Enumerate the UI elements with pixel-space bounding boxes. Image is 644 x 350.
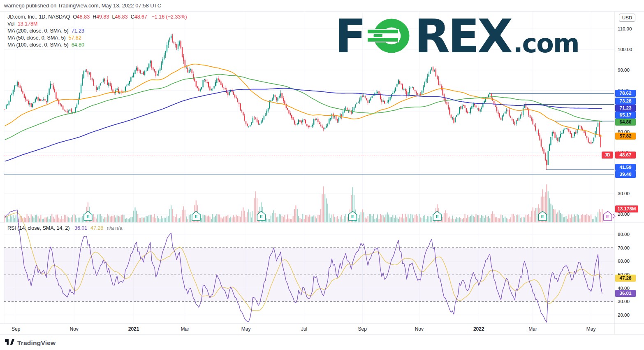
svg-text:E: E <box>351 214 354 219</box>
ohlc-letter: H <box>93 14 96 20</box>
rsi-label: RSI (14, close, SMA, 14, 2) <box>7 225 69 231</box>
ma-legend-row: MA (50, close, 0, SMA, 5)57.82 <box>7 35 187 42</box>
price-axis-label: 73.28 <box>615 98 636 105</box>
ma-legend-row: MA (100, close, 0, SMA, 5)64.80 <box>7 42 187 49</box>
price-scale[interactable]: 110.00100.0090.0080.0070.0060.0050.0040.… <box>614 12 644 324</box>
rsi-na-values: n/a n/a <box>107 225 123 231</box>
chart-canvas[interactable]: FREX.comEEEEEEE <box>0 0 644 350</box>
ohlc-value: 48.67 <box>134 14 147 20</box>
rsi-value: 36.01 <box>74 225 87 231</box>
time-tick: Sep <box>351 326 374 332</box>
price-axis-label: 78.62 <box>615 90 636 97</box>
rsi-tick: 80.00 <box>618 231 630 237</box>
rsi-legend: RSI (14, close, SMA, 14, 2) 36.0147.28n/… <box>7 225 123 232</box>
svg-text:E: E <box>86 214 89 219</box>
time-tick: Mar <box>521 326 544 332</box>
time-tick: Mar <box>174 326 197 332</box>
earnings-icon: E <box>84 211 92 220</box>
svg-text:F: F <box>335 9 364 63</box>
ohlc-letter: O <box>73 14 77 20</box>
tradingview-logo-icon <box>5 338 14 347</box>
svg-text:REX: REX <box>415 9 512 63</box>
volume-axis-label: 13.178M <box>615 205 638 212</box>
rsi-tick: 20.00 <box>618 312 630 318</box>
volume-bars <box>5 184 603 222</box>
svg-text:.com: .com <box>513 28 579 58</box>
price-tick: 90.00 <box>618 67 630 73</box>
tradingview-footer[interactable]: TradingView <box>5 338 56 347</box>
time-tick: 2022 <box>467 326 490 332</box>
time-tick: Nov <box>63 326 86 332</box>
ma-value: 64.80 <box>72 42 84 48</box>
ohlc-values: O48.83H49.83L46.83C48.67 <box>70 14 147 20</box>
svg-text:E: E <box>260 214 263 219</box>
rsi-tick: 60.00 <box>618 258 630 264</box>
symbol-price-tag: JD <box>602 152 613 159</box>
time-tick: 2021 <box>122 326 145 332</box>
svg-text:E: E <box>541 214 544 219</box>
ma-label: MA (200, close, 0, SMA, 5) <box>7 28 69 34</box>
volume-label: Vol <box>7 21 14 27</box>
earnings-icon: E <box>433 211 441 220</box>
price-axis-label: 48.67 <box>615 152 636 159</box>
price-axis-label: 39.40 <box>615 171 636 178</box>
ohlc-value: 49.83 <box>96 14 109 20</box>
rsi-tick: 30.00 <box>618 299 630 304</box>
time-tick: Nov <box>408 326 431 332</box>
forex-o-icon <box>366 23 405 49</box>
earnings-icon: E <box>604 211 615 220</box>
svg-text:E: E <box>436 214 438 219</box>
time-scale[interactable]: SepNov2021MarMayJulSepNov2022MarMay <box>0 324 644 334</box>
volume-value: 13.178M <box>18 21 38 27</box>
forex-watermark: FREX.com <box>335 9 579 63</box>
ohlc-value: 46.83 <box>115 14 127 20</box>
rsi-axis-label: 36.01 <box>615 290 636 297</box>
tradingview-published-chart: warnerjo published on TradingView.com, M… <box>0 0 644 350</box>
price-axis-label: 64.80 <box>615 119 636 126</box>
rsi-values: 36.0147.28n/a n/a <box>71 225 123 231</box>
ma-label: MA (50, close, 0, SMA, 5) <box>7 35 66 41</box>
price-tick: 110.00 <box>618 26 632 32</box>
price-tick: 100.00 <box>618 47 632 52</box>
price-tick: 30.00 <box>618 191 630 196</box>
ohlc-letter: C <box>131 14 134 20</box>
price-axis-label: 41.59 <box>615 164 636 171</box>
ma-legend-rows: MA (200, close, 0, SMA, 5)71.23MA (50, c… <box>7 28 187 49</box>
rsi-smoothing-value: 47.28 <box>90 225 103 231</box>
svg-text:E: E <box>195 214 197 219</box>
price-axis-label: 57.82 <box>615 133 636 140</box>
tradingview-brand-text: TradingView <box>17 339 56 347</box>
ma-legend-row: MA (200, close, 0, SMA, 5)71.23 <box>7 28 187 35</box>
symbol-title: JD.com, Inc., 1D, NASDAQ <box>7 14 70 20</box>
price-axis-label: 65.17 <box>615 112 636 119</box>
price-axis-label: 71.23 <box>615 105 636 112</box>
ma-value: 71.23 <box>72 28 84 34</box>
symbol-legend: JD.com, Inc., 1D, NASDAQO48.83H49.83L46.… <box>7 14 187 49</box>
change-value: −1.16 (−2.33%) <box>151 14 187 20</box>
rsi-axis-label: 47.28 <box>615 275 636 282</box>
earnings-icon: E <box>192 211 200 220</box>
ma-label: MA (100, close, 0, SMA, 5) <box>7 42 69 48</box>
symbol-legend-row: JD.com, Inc., 1D, NASDAQO48.83H49.83L46.… <box>7 14 187 21</box>
ma-value: 57.82 <box>69 35 81 41</box>
ohlc-value: 48.83 <box>77 14 90 20</box>
time-tick: May <box>234 326 257 332</box>
svg-text:E: E <box>606 214 609 219</box>
time-tick: Sep <box>5 326 28 332</box>
volume-legend-row: Vol 13.178M <box>7 21 187 28</box>
rsi-tick: 70.00 <box>618 245 630 251</box>
time-tick: May <box>579 326 602 332</box>
time-tick: Jul <box>293 326 316 332</box>
